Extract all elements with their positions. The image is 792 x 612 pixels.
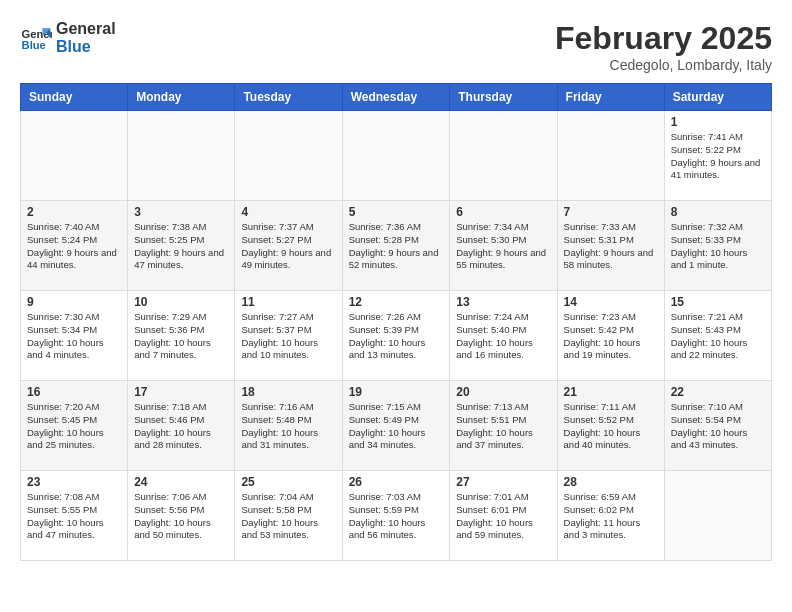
svg-text:Blue: Blue: [22, 39, 46, 51]
calendar-week-row: 9Sunrise: 7:30 AM Sunset: 5:34 PM Daylig…: [21, 291, 772, 381]
day-info: Sunrise: 7:24 AM Sunset: 5:40 PM Dayligh…: [456, 311, 550, 362]
day-info: Sunrise: 7:11 AM Sunset: 5:52 PM Dayligh…: [564, 401, 658, 452]
calendar-cell: 26Sunrise: 7:03 AM Sunset: 5:59 PM Dayli…: [342, 471, 450, 561]
calendar: Sunday Monday Tuesday Wednesday Thursday…: [20, 83, 772, 561]
calendar-cell: [235, 111, 342, 201]
day-number: 7: [564, 205, 658, 219]
day-number: 13: [456, 295, 550, 309]
calendar-cell: 25Sunrise: 7:04 AM Sunset: 5:58 PM Dayli…: [235, 471, 342, 561]
col-sunday: Sunday: [21, 84, 128, 111]
calendar-cell: 12Sunrise: 7:26 AM Sunset: 5:39 PM Dayli…: [342, 291, 450, 381]
day-info: Sunrise: 7:38 AM Sunset: 5:25 PM Dayligh…: [134, 221, 228, 272]
calendar-cell: [21, 111, 128, 201]
calendar-cell: 9Sunrise: 7:30 AM Sunset: 5:34 PM Daylig…: [21, 291, 128, 381]
day-info: Sunrise: 7:40 AM Sunset: 5:24 PM Dayligh…: [27, 221, 121, 272]
title-area: February 2025 Cedegolo, Lombardy, Italy: [555, 20, 772, 73]
calendar-cell: 13Sunrise: 7:24 AM Sunset: 5:40 PM Dayli…: [450, 291, 557, 381]
day-info: Sunrise: 7:08 AM Sunset: 5:55 PM Dayligh…: [27, 491, 121, 542]
day-number: 3: [134, 205, 228, 219]
calendar-cell: 4Sunrise: 7:37 AM Sunset: 5:27 PM Daylig…: [235, 201, 342, 291]
page-header: General Blue General Blue February 2025 …: [20, 20, 772, 73]
day-number: 6: [456, 205, 550, 219]
day-info: Sunrise: 7:41 AM Sunset: 5:22 PM Dayligh…: [671, 131, 765, 182]
calendar-cell: 6Sunrise: 7:34 AM Sunset: 5:30 PM Daylig…: [450, 201, 557, 291]
day-number: 1: [671, 115, 765, 129]
day-info: Sunrise: 7:26 AM Sunset: 5:39 PM Dayligh…: [349, 311, 444, 362]
calendar-cell: 8Sunrise: 7:32 AM Sunset: 5:33 PM Daylig…: [664, 201, 771, 291]
calendar-cell: [450, 111, 557, 201]
day-info: Sunrise: 7:32 AM Sunset: 5:33 PM Dayligh…: [671, 221, 765, 272]
logo-text: General Blue: [56, 20, 116, 55]
day-info: Sunrise: 7:06 AM Sunset: 5:56 PM Dayligh…: [134, 491, 228, 542]
logo: General Blue General Blue: [20, 20, 116, 55]
day-number: 17: [134, 385, 228, 399]
day-number: 16: [27, 385, 121, 399]
calendar-cell: 24Sunrise: 7:06 AM Sunset: 5:56 PM Dayli…: [128, 471, 235, 561]
day-info: Sunrise: 7:20 AM Sunset: 5:45 PM Dayligh…: [27, 401, 121, 452]
day-info: Sunrise: 7:27 AM Sunset: 5:37 PM Dayligh…: [241, 311, 335, 362]
day-info: Sunrise: 7:03 AM Sunset: 5:59 PM Dayligh…: [349, 491, 444, 542]
calendar-cell: 3Sunrise: 7:38 AM Sunset: 5:25 PM Daylig…: [128, 201, 235, 291]
day-number: 11: [241, 295, 335, 309]
day-number: 23: [27, 475, 121, 489]
col-monday: Monday: [128, 84, 235, 111]
day-info: Sunrise: 7:04 AM Sunset: 5:58 PM Dayligh…: [241, 491, 335, 542]
day-number: 5: [349, 205, 444, 219]
calendar-cell: 16Sunrise: 7:20 AM Sunset: 5:45 PM Dayli…: [21, 381, 128, 471]
month-year: February 2025: [555, 20, 772, 57]
day-number: 21: [564, 385, 658, 399]
day-info: Sunrise: 7:10 AM Sunset: 5:54 PM Dayligh…: [671, 401, 765, 452]
day-number: 28: [564, 475, 658, 489]
day-number: 18: [241, 385, 335, 399]
day-info: Sunrise: 7:34 AM Sunset: 5:30 PM Dayligh…: [456, 221, 550, 272]
day-info: Sunrise: 7:16 AM Sunset: 5:48 PM Dayligh…: [241, 401, 335, 452]
day-info: Sunrise: 7:30 AM Sunset: 5:34 PM Dayligh…: [27, 311, 121, 362]
calendar-cell: 27Sunrise: 7:01 AM Sunset: 6:01 PM Dayli…: [450, 471, 557, 561]
calendar-cell: 11Sunrise: 7:27 AM Sunset: 5:37 PM Dayli…: [235, 291, 342, 381]
calendar-cell: 18Sunrise: 7:16 AM Sunset: 5:48 PM Dayli…: [235, 381, 342, 471]
location: Cedegolo, Lombardy, Italy: [555, 57, 772, 73]
col-wednesday: Wednesday: [342, 84, 450, 111]
calendar-cell: [557, 111, 664, 201]
day-number: 27: [456, 475, 550, 489]
calendar-cell: 7Sunrise: 7:33 AM Sunset: 5:31 PM Daylig…: [557, 201, 664, 291]
day-info: Sunrise: 7:18 AM Sunset: 5:46 PM Dayligh…: [134, 401, 228, 452]
day-number: 9: [27, 295, 121, 309]
day-info: Sunrise: 7:21 AM Sunset: 5:43 PM Dayligh…: [671, 311, 765, 362]
calendar-cell: 20Sunrise: 7:13 AM Sunset: 5:51 PM Dayli…: [450, 381, 557, 471]
calendar-week-row: 23Sunrise: 7:08 AM Sunset: 5:55 PM Dayli…: [21, 471, 772, 561]
calendar-header-row: Sunday Monday Tuesday Wednesday Thursday…: [21, 84, 772, 111]
day-number: 14: [564, 295, 658, 309]
calendar-cell: [342, 111, 450, 201]
calendar-week-row: 16Sunrise: 7:20 AM Sunset: 5:45 PM Dayli…: [21, 381, 772, 471]
day-number: 26: [349, 475, 444, 489]
day-info: Sunrise: 7:15 AM Sunset: 5:49 PM Dayligh…: [349, 401, 444, 452]
day-number: 4: [241, 205, 335, 219]
day-number: 8: [671, 205, 765, 219]
calendar-cell: 2Sunrise: 7:40 AM Sunset: 5:24 PM Daylig…: [21, 201, 128, 291]
day-info: Sunrise: 7:36 AM Sunset: 5:28 PM Dayligh…: [349, 221, 444, 272]
calendar-cell: 28Sunrise: 6:59 AM Sunset: 6:02 PM Dayli…: [557, 471, 664, 561]
col-thursday: Thursday: [450, 84, 557, 111]
calendar-cell: [664, 471, 771, 561]
col-friday: Friday: [557, 84, 664, 111]
day-number: 24: [134, 475, 228, 489]
calendar-cell: 23Sunrise: 7:08 AM Sunset: 5:55 PM Dayli…: [21, 471, 128, 561]
col-saturday: Saturday: [664, 84, 771, 111]
calendar-week-row: 2Sunrise: 7:40 AM Sunset: 5:24 PM Daylig…: [21, 201, 772, 291]
calendar-cell: [128, 111, 235, 201]
day-number: 12: [349, 295, 444, 309]
calendar-cell: 14Sunrise: 7:23 AM Sunset: 5:42 PM Dayli…: [557, 291, 664, 381]
day-info: Sunrise: 7:33 AM Sunset: 5:31 PM Dayligh…: [564, 221, 658, 272]
day-number: 22: [671, 385, 765, 399]
col-tuesday: Tuesday: [235, 84, 342, 111]
day-number: 19: [349, 385, 444, 399]
calendar-cell: 22Sunrise: 7:10 AM Sunset: 5:54 PM Dayli…: [664, 381, 771, 471]
calendar-cell: 19Sunrise: 7:15 AM Sunset: 5:49 PM Dayli…: [342, 381, 450, 471]
day-info: Sunrise: 6:59 AM Sunset: 6:02 PM Dayligh…: [564, 491, 658, 542]
day-number: 10: [134, 295, 228, 309]
day-info: Sunrise: 7:37 AM Sunset: 5:27 PM Dayligh…: [241, 221, 335, 272]
calendar-cell: 15Sunrise: 7:21 AM Sunset: 5:43 PM Dayli…: [664, 291, 771, 381]
calendar-cell: 21Sunrise: 7:11 AM Sunset: 5:52 PM Dayli…: [557, 381, 664, 471]
day-info: Sunrise: 7:29 AM Sunset: 5:36 PM Dayligh…: [134, 311, 228, 362]
